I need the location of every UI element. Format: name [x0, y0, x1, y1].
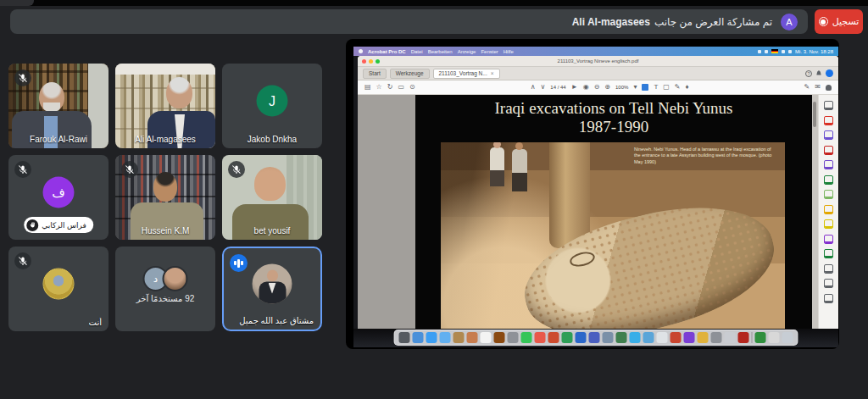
- participant-tile-mushtaq[interactable]: مشتاق عبد الله جميل: [222, 247, 322, 331]
- trash-dock-icon: [782, 332, 793, 343]
- acrobat-tab-tools: Werkzeuge: [390, 69, 430, 79]
- others-avatars: د: [143, 266, 188, 291]
- participant-name: 92 مستخدمًا آخر: [115, 294, 215, 303]
- mac-dock: [394, 330, 798, 346]
- close-tab-icon: ×: [491, 70, 494, 76]
- shared-screen-tile[interactable]: Acrobat Pro DC DateiBearbeitenAnzeigeFen…: [346, 39, 839, 349]
- search-icon: ⊙: [409, 84, 415, 91]
- acrobat-tools-sidebar-list: [818, 95, 838, 329]
- status-icon: [782, 50, 785, 53]
- page-indicator: 14 / 44: [550, 85, 565, 90]
- send-review-tool-icon: [824, 249, 833, 258]
- mac-menu-hilfe: Hilfe: [504, 49, 514, 54]
- notifications-bell-icon: [816, 70, 821, 76]
- select-tool-icon: ►: [571, 84, 578, 91]
- system-preferences-dock-icon: [711, 332, 722, 343]
- firas-avatar: ف: [43, 177, 75, 208]
- top-strip-tab: [0, 0, 34, 6]
- account-avatar: [826, 69, 833, 77]
- mac-menu-datei: Datei: [411, 49, 423, 54]
- meet-window: A تم مشاركة العرض من جانب Ali Al-magasee…: [0, 0, 868, 399]
- pdf-slide: Iraqi excavations on Tell Nebi Yunus 198…: [415, 95, 812, 329]
- mac-status-icons: Mi. 3. Nov. 18:28: [758, 49, 833, 54]
- fill-sign-tool-icon: [824, 235, 833, 244]
- participant-tile-farouk[interactable]: Farouk Al-Rawi: [8, 64, 108, 148]
- illustrator-dock-icon: [494, 332, 505, 343]
- chrome-dock-icon: [698, 332, 709, 343]
- app-store-dock-icon: [603, 332, 614, 343]
- mac-clock: Mi. 3. Nov. 18:28: [795, 49, 833, 54]
- comment-icon: ▢: [663, 84, 670, 91]
- powerpoint-dock-icon: [548, 332, 559, 343]
- mic-off-icon: [14, 69, 31, 86]
- banner-message: تم مشاركة العرض من جانب Ali Al-magasees: [572, 16, 772, 28]
- mic-off-icon: [14, 161, 31, 178]
- compress-pdf-tool-icon: [824, 205, 833, 214]
- search-tool-icon: [824, 101, 833, 110]
- zoom-out-icon: ⊖: [594, 84, 600, 91]
- photo-stone-column: [549, 142, 590, 248]
- acrobat-window-title: 211103_Vortrag Nineve englisch.pdf: [358, 58, 838, 64]
- acrobat-tab-document: 211103_Vortrag N... ×: [433, 69, 500, 79]
- participant-name: مشتاق عبد الله جميل: [239, 316, 314, 325]
- minimized-window-dock-icon: [769, 332, 780, 343]
- acrobat-dock-icon: [738, 332, 749, 343]
- participant-name: Farouk Al-Rawi: [8, 135, 108, 144]
- mail-dock-icon: [440, 332, 451, 343]
- zoom-level: 100%: [615, 85, 628, 90]
- acrobat-tab-start: Start: [363, 69, 387, 79]
- organize-pages-tool-icon: [824, 190, 833, 199]
- banner-message-text: تم مشاركة العرض من جانب: [654, 16, 772, 28]
- redact-tool-icon: [824, 219, 833, 229]
- text-tool-icon: T: [654, 84, 658, 91]
- mic-off-icon: [228, 161, 245, 178]
- record-button[interactable]: تسجيل: [815, 9, 863, 34]
- zoom-in-icon: ⊕: [604, 84, 610, 91]
- slide-title-line1: Iraqi excavations on Tell Nebi Yunus: [415, 99, 812, 118]
- status-icon: [758, 50, 761, 53]
- bottom-bar: 101 bny-tirr-cig | 8:28 م: [0, 352, 868, 399]
- participant-tile-you[interactable]: أنت: [8, 247, 108, 331]
- teams-dock-icon: [589, 332, 600, 343]
- status-icon: [788, 50, 792, 53]
- pdf-scrollbar: [812, 95, 818, 329]
- more-tools-tool-icon: [824, 294, 833, 303]
- others-avatar-photo: [163, 266, 188, 291]
- participant-tile-firas[interactable]: ف فراس الركابي: [8, 155, 108, 240]
- slide-title-line2: 1987-1990: [415, 118, 812, 136]
- participant-tile-hussein[interactable]: Hussein K.M: [115, 155, 215, 240]
- preview-dock-icon: [725, 332, 736, 343]
- pdf-content-area: Iraqi excavations on Tell Nebi Yunus 198…: [358, 95, 818, 329]
- mac-menu-bar: Acrobat Pro DC DateiBearbeitenAnzeigeFen…: [353, 47, 838, 56]
- combine-files-tool-icon: [824, 175, 833, 185]
- print-icon: ▭: [398, 84, 404, 91]
- comment-tool-icon: [824, 160, 833, 169]
- acrobat-toolbar: ▤ ☆ ↻ ▭ ⊙ ∧ ∨ 14 / 44 ► ◉ ⊖ ⊕ 100% ▾ T: [358, 80, 838, 95]
- hand-raised-icon: [26, 219, 38, 231]
- share-banner: A تم مشاركة العرض من جانب Ali Al-magasee…: [10, 9, 808, 34]
- participant-tile-bet[interactable]: bet yousif: [222, 155, 322, 240]
- mic-off-icon: [121, 161, 138, 178]
- top-strip: [0, 0, 868, 6]
- participant-tile-others[interactable]: د 92 مستخدمًا آخر: [115, 247, 215, 331]
- lightroom-dock-icon: [670, 332, 682, 343]
- export-pdf-tool-icon: [824, 116, 833, 125]
- mushtaq-avatar: [253, 264, 292, 304]
- participant-tile-jakob[interactable]: J Jakob Dnkha: [222, 64, 322, 148]
- dock-separator: [752, 332, 753, 343]
- participant-tile-ali[interactable]: Ali Al-magasees: [115, 64, 215, 148]
- acrobat-doc-tab-label: 211103_Vortrag N...: [439, 70, 487, 76]
- hand-tool-icon: ◉: [583, 84, 589, 91]
- earth-dock-icon: [755, 332, 766, 343]
- star-icon: ☆: [376, 84, 382, 91]
- photo-person-1: [490, 147, 504, 186]
- mac-menu-fenster: Fenster: [481, 49, 498, 54]
- page-up-icon: ∧: [531, 84, 536, 91]
- help-icon: ?: [805, 70, 812, 77]
- person-icon: [826, 85, 832, 91]
- shared-mac-screen: Acrobat Pro DC DateiBearbeitenAnzeigeFen…: [353, 47, 838, 347]
- participant-name: Ali Al-magasees: [115, 135, 215, 144]
- acrobat-tabbar-right: ?: [805, 69, 833, 77]
- presenter-name: Ali Al-magasees: [572, 16, 650, 28]
- mac-menu-anzeige: Anzeige: [458, 49, 476, 54]
